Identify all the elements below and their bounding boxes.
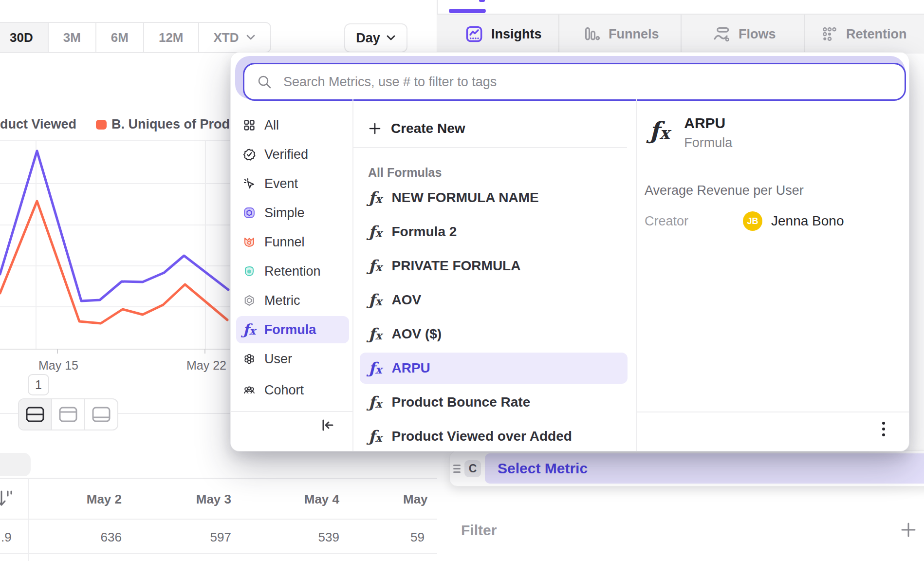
category-verified[interactable]: Verified (236, 141, 349, 168)
drag-handle-icon[interactable] (453, 463, 461, 475)
formula-list-item-selected[interactable]: ƒx ARPU (360, 353, 628, 384)
time-range-6m[interactable]: 6M (96, 23, 144, 52)
category-label: Event (264, 176, 298, 191)
verified-badge-icon (243, 148, 256, 161)
metric-picker-panel: All Verified Event Simple (230, 52, 909, 451)
column-header[interactable]: May 2 (48, 492, 122, 507)
category-formula[interactable]: ƒx Formula (236, 316, 349, 343)
time-range-xtd-dropdown[interactable]: XTD (199, 23, 270, 52)
search-input[interactable] (282, 74, 905, 90)
chevron-down-icon (246, 34, 256, 41)
column-header[interactable]: May 4 (265, 492, 339, 507)
formula-list-item[interactable]: ƒx AOV ($) (360, 318, 628, 350)
tab-label: Retention (846, 27, 907, 42)
list-column-divider (636, 99, 637, 451)
event-cursor-icon (243, 177, 256, 190)
formula-name: Product Viewed over Added (392, 429, 572, 444)
tab-retention[interactable]: Retention (821, 15, 907, 54)
category-funnel[interactable]: Funnel (236, 228, 349, 256)
detail-title: ARPU (684, 115, 732, 131)
tab-insights[interactable]: Insights (465, 15, 542, 54)
column-header[interactable]: May 3 (157, 492, 231, 507)
table-corner-pill (0, 453, 31, 476)
funnel-metric-icon (243, 236, 256, 248)
layout-bottom-panel-button[interactable] (85, 399, 117, 430)
select-metric-button[interactable]: Select Metric (485, 453, 924, 484)
formula-icon: ƒx (369, 394, 382, 410)
column-header[interactable]: May (403, 492, 428, 507)
series-a-line (0, 151, 228, 301)
category-retention[interactable]: Retention (236, 258, 349, 285)
category-cohort[interactable]: Cohort (236, 376, 349, 404)
detail-header: ƒx ARPU Formula (649, 115, 732, 150)
category-column-divider (352, 99, 353, 451)
category-user[interactable]: User (236, 345, 349, 373)
category-all[interactable]: All (236, 112, 349, 139)
formula-list-item[interactable]: ƒx Formula 2 (360, 216, 628, 247)
simple-metric-icon (243, 206, 256, 219)
layout-top-panel-button[interactable] (52, 399, 85, 430)
active-report-indicator (449, 9, 486, 13)
tab-flows[interactable]: Flows (712, 15, 776, 54)
detail-footer-divider (636, 411, 909, 412)
clause-letter-badge: C (464, 460, 481, 477)
tab-divider (804, 15, 805, 54)
formula-name: AOV (392, 292, 422, 308)
table-column-divider (28, 478, 29, 561)
formula-icon: ƒx (369, 292, 382, 308)
time-range-3m[interactable]: 3M (49, 23, 96, 52)
formula-icon: ƒx (243, 322, 256, 337)
category-simple[interactable]: Simple (236, 199, 349, 226)
formula-icon: ƒx (369, 326, 382, 342)
layout-split-rows-button[interactable] (19, 399, 52, 430)
time-range-30d[interactable]: 30D (0, 23, 49, 52)
formula-list-item[interactable]: ƒx AOV (360, 284, 628, 316)
collapse-sidebar-button[interactable] (319, 417, 336, 433)
create-new-button[interactable]: Create New (360, 113, 628, 144)
tab-label: Insights (491, 27, 542, 42)
add-filter-button[interactable] (900, 521, 917, 539)
search-focus-ring (235, 56, 905, 99)
table-cell: 539 (265, 530, 339, 545)
formula-icon: ƒx (369, 190, 382, 206)
category-label: User (264, 352, 292, 367)
line-chart[interactable] (0, 112, 234, 385)
kebab-menu-button[interactable] (882, 419, 885, 439)
all-grid-icon (243, 119, 256, 131)
detail-description: Average Revenue per User (645, 183, 804, 198)
retention-icon (821, 25, 838, 43)
time-range-12m[interactable]: 12M (144, 23, 199, 52)
category-metric[interactable]: Metric (236, 287, 349, 314)
formula-list-item[interactable]: ƒx Product Viewed over Added (360, 421, 628, 452)
formula-name: ARPU (392, 360, 430, 376)
category-footer-divider (231, 411, 352, 412)
category-event[interactable]: Event (236, 170, 349, 197)
category-label: Cohort (264, 383, 304, 398)
split-rows-icon (25, 406, 45, 423)
report-tabbar: Insights Funnels Flows (437, 15, 924, 54)
time-range-xtd-label: XTD (214, 30, 239, 45)
top-accent-nub (479, 0, 485, 2)
category-label: Retention (264, 264, 321, 279)
formula-name: PRIVATE FORMULA (392, 258, 521, 274)
insights-icon (465, 25, 483, 43)
formula-list-item[interactable]: ƒx NEW FORMULA NAME (360, 182, 628, 213)
category-label: All (264, 118, 279, 133)
tab-funnels[interactable]: Funnels (583, 15, 659, 54)
search-box[interactable] (243, 63, 906, 101)
sort-icon[interactable] (0, 490, 13, 507)
collapse-left-icon (319, 417, 336, 433)
time-range-segmented-control: 30D 3M 6M 12M XTD (0, 22, 271, 53)
granularity-label: Day (356, 31, 380, 46)
category-label: Simple (264, 206, 305, 221)
metric-hexagon-icon (243, 294, 256, 307)
formula-list-item[interactable]: ƒx PRIVATE FORMULA (360, 250, 628, 281)
formula-list-item[interactable]: ƒx Product Bounce Rate (360, 387, 628, 418)
detail-type: Formula (684, 135, 732, 150)
creator-label: Creator (645, 214, 688, 229)
flows-icon (712, 25, 731, 43)
formula-icon: ƒx (369, 224, 382, 240)
formula-name: NEW FORMULA NAME (392, 190, 539, 206)
granularity-dropdown[interactable]: Day (344, 23, 407, 53)
table-cell: 597 (157, 530, 231, 545)
